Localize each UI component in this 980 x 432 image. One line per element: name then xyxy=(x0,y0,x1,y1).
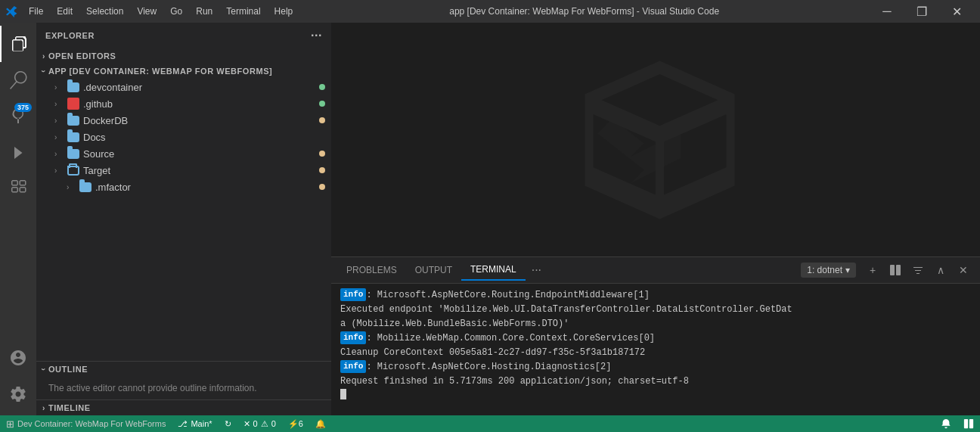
menu-file[interactable]: File xyxy=(23,3,49,20)
maximize-button[interactable]: ❐ xyxy=(904,0,939,23)
menu-terminal[interactable]: Terminal xyxy=(220,3,266,20)
tab-output[interactable]: OUTPUT xyxy=(406,260,461,280)
tree-item-docs[interactable]: › Docs xyxy=(36,129,331,145)
sync-icon: ↻ xyxy=(225,419,231,429)
github-dot xyxy=(319,101,325,107)
minimize-button[interactable]: ─ xyxy=(870,0,904,23)
terminal-maximize-button[interactable]: ∧ xyxy=(930,260,951,281)
open-editors-header[interactable]: › OPEN EDITORS xyxy=(36,48,331,64)
terminal-actions: + ∧ ✕ xyxy=(862,260,974,281)
branch-icon: ⎇ xyxy=(178,419,188,429)
activity-run-icon[interactable] xyxy=(0,135,36,171)
status-errors-label: 0 xyxy=(253,419,258,428)
workspace-root-header[interactable]: › APP [DEV CONTAINER: WEBMAP FOR WEBFORM… xyxy=(36,64,331,79)
bell-icon: 🔔 xyxy=(315,419,326,429)
activity-explorer-icon[interactable] xyxy=(0,26,36,62)
status-sync-item[interactable]: ↻ xyxy=(219,415,237,432)
docs-chevron: › xyxy=(54,133,67,141)
tree-item-dockerdb[interactable]: › DockerDB xyxy=(36,112,331,129)
status-container-item[interactable]: ⊞ Dev Container: WebMap For WebForms xyxy=(0,415,172,432)
activity-extensions-icon[interactable] xyxy=(0,171,36,207)
outline-section: › OUTLINE The active editor cannot provi… xyxy=(36,361,331,399)
source-dot xyxy=(319,151,325,157)
close-button[interactable]: ✕ xyxy=(939,0,974,23)
terminal-close-button[interactable]: ✕ xyxy=(953,260,974,281)
svg-rect-1 xyxy=(896,265,901,275)
tab-problems[interactable]: PROBLEMS xyxy=(337,260,406,280)
terminal-new-button[interactable]: + xyxy=(862,260,883,281)
target-chevron: › xyxy=(54,166,67,175)
github-chevron: › xyxy=(54,100,67,108)
devcontainer-folder-icon xyxy=(67,80,80,94)
editor-area: PROBLEMS OUTPUT TERMINAL ··· 1: dotnet ▾… xyxy=(331,23,980,415)
terminal-text-1: : Microsoft.AspNetCore.Routing.EndpointM… xyxy=(366,288,649,302)
dockerdb-dot xyxy=(319,117,325,123)
explorer-section: › OPEN EDITORS › APP [DEV CONTAINER: WEB… xyxy=(36,48,331,361)
activity-bottom xyxy=(0,340,36,415)
menu-edit[interactable]: Edit xyxy=(51,3,79,20)
terminal-line-4: info : Mobilize.WebMap.Common.Core.Conte… xyxy=(340,331,971,345)
timeline-section: › TIMELINE xyxy=(36,399,331,415)
status-bell-item[interactable]: 🔔 xyxy=(309,415,332,432)
activity-settings-icon[interactable] xyxy=(0,376,36,412)
window-title: app [Dev Container: WebMap For WebForms]… xyxy=(299,6,870,17)
vscode-logo xyxy=(6,5,18,17)
target-dot xyxy=(319,167,325,173)
terminal-text-3: a (Mobilize.Web.BundleBasic.WebForms.DTO… xyxy=(340,317,569,331)
mfactor-label: .mfactor xyxy=(95,182,319,193)
workspace-label: APP [DEV CONTAINER: WEBMAP FOR WEBFORMS] xyxy=(48,67,272,76)
terminal-tabs-more[interactable]: ··· xyxy=(526,260,547,280)
menu-view[interactable]: View xyxy=(131,3,163,20)
target-folder-icon xyxy=(67,163,80,177)
activity-source-control-icon[interactable]: 375 xyxy=(0,98,36,135)
terminal-cursor-line xyxy=(340,389,971,399)
dockerdb-folder-icon xyxy=(67,113,80,127)
github-label: .github xyxy=(83,98,319,110)
status-layout-icon[interactable] xyxy=(957,415,980,432)
activity-search-icon[interactable] xyxy=(0,62,36,98)
menu-bar: File Edit Selection View Go Run Terminal… xyxy=(23,3,299,20)
status-branch-item[interactable]: ⎇ Main* xyxy=(172,415,218,432)
terminal-kill-button[interactable] xyxy=(907,260,929,281)
status-extensions-item[interactable]: ⚡6 xyxy=(282,415,309,432)
tab-terminal[interactable]: TERMINAL xyxy=(461,260,526,281)
timeline-header[interactable]: › TIMELINE xyxy=(36,400,331,415)
terminal-tabs-bar: PROBLEMS OUTPUT TERMINAL ··· 1: dotnet ▾… xyxy=(331,257,980,284)
devcontainer-chevron: › xyxy=(54,83,67,92)
tree-item-source[interactable]: › Source xyxy=(36,145,331,162)
info-badge-4: info xyxy=(340,331,366,344)
tree-item-target[interactable]: › Target xyxy=(36,162,331,179)
terminal-text-2: Executed endpoint 'Mobilize.Web.UI.DataT… xyxy=(340,303,792,316)
menu-help[interactable]: Help xyxy=(268,3,299,20)
status-warnings-label: 0 xyxy=(271,419,276,428)
menu-run[interactable]: Run xyxy=(190,3,219,20)
tree-item-devcontainer[interactable]: › .devcontainer xyxy=(36,79,331,95)
terminal-cursor xyxy=(340,389,346,399)
status-notifications-icon[interactable] xyxy=(935,415,957,432)
terminal-text-6: : Microsoft.AspNetCore.Hosting.Diagnosti… xyxy=(366,360,611,374)
terminal-dropdown[interactable]: 1: dotnet ▾ xyxy=(801,263,856,278)
sidebar-title: EXPLORER xyxy=(45,31,95,40)
docs-label: Docs xyxy=(83,132,331,143)
error-icon: ✕ xyxy=(243,419,250,429)
svg-rect-2 xyxy=(964,419,968,428)
terminal-line-2: Executed endpoint 'Mobilize.Web.UI.DataT… xyxy=(340,303,971,316)
menu-go[interactable]: Go xyxy=(164,3,188,20)
open-editors-chevron: › xyxy=(42,52,45,61)
terminal-line-6: info : Microsoft.AspNetCore.Hosting.Diag… xyxy=(340,360,971,374)
terminal-content[interactable]: info : Microsoft.AspNetCore.Routing.Endp… xyxy=(331,284,980,415)
tree-item-mfactor[interactable]: › .mfactor xyxy=(36,179,331,195)
outline-header[interactable]: › OUTLINE xyxy=(36,362,331,377)
status-errors-item[interactable]: ✕ 0 ⚠ 0 xyxy=(237,415,282,432)
tree-item-github[interactable]: › .github xyxy=(36,95,331,112)
menu-selection[interactable]: Selection xyxy=(80,3,129,20)
info-badge-1: info xyxy=(340,288,366,301)
status-bar: ⊞ Dev Container: WebMap For WebForms ⎇ M… xyxy=(0,415,980,432)
window-controls: ─ ❐ ✕ xyxy=(870,0,974,23)
timeline-label: TIMELINE xyxy=(48,403,91,412)
svg-rect-3 xyxy=(969,419,973,428)
activity-account-icon[interactable] xyxy=(0,340,36,376)
sidebar-more-button[interactable]: ··· xyxy=(311,29,322,42)
terminal-split-button[interactable] xyxy=(885,260,906,281)
status-right xyxy=(935,415,980,432)
